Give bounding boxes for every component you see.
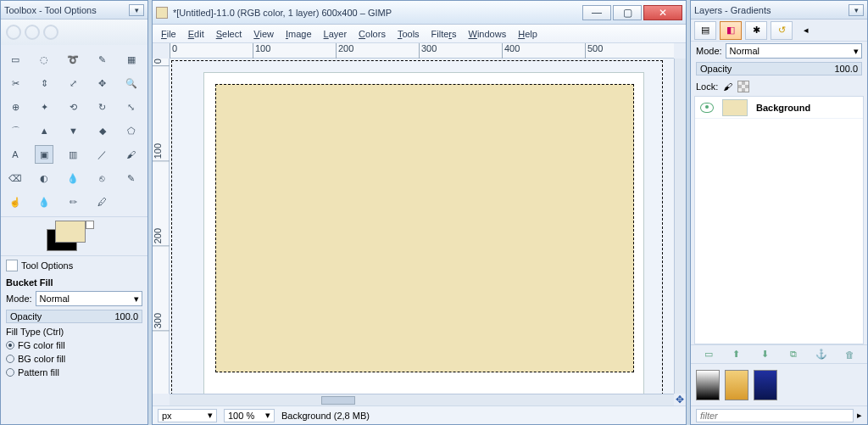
tool-25[interactable]: ⌫ [6, 169, 25, 187]
minimize-button[interactable]: — [582, 5, 611, 20]
ruler-v-tick: 300 [153, 313, 170, 331]
tool-18[interactable]: ◆ [93, 121, 112, 140]
lower-layer-icon[interactable]: ⬇ [758, 348, 771, 361]
menu-colors[interactable]: Colors [359, 29, 386, 39]
anchor-layer-icon[interactable]: ⚓ [815, 348, 828, 361]
ruler-horizontal: 0100200300400500 [170, 43, 674, 59]
tab-undo-icon[interactable]: ↺ [771, 21, 793, 40]
ruler-h-tick: 200 [336, 43, 353, 59]
tool-22[interactable]: ▥ [64, 145, 82, 164]
layers-minimize[interactable]: ▾ [849, 4, 864, 16]
tool-section-title: Bucket Fill [6, 277, 142, 288]
status-zoom-select[interactable]: 100 % ▾ [224, 409, 275, 422]
tab-layers-icon[interactable]: ▤ [694, 21, 716, 40]
menu-file[interactable]: File [161, 29, 176, 39]
tab-channels-icon[interactable]: ◧ [720, 21, 742, 40]
tool-3[interactable]: ✎ [93, 50, 112, 69]
fg-color-swatch[interactable] [55, 221, 86, 243]
color-swatches[interactable] [1, 216, 147, 255]
lock-alpha-icon[interactable] [737, 81, 749, 92]
tool-23[interactable]: ／ [93, 145, 112, 164]
scrollbar-thumb[interactable] [321, 396, 355, 405]
tool-8[interactable]: ✥ [93, 74, 112, 92]
status-unit-select[interactable]: px ▾ [158, 409, 217, 422]
layer-opacity-value[interactable]: 100.0 [834, 64, 858, 74]
tool-15[interactable]: ⌒ [6, 121, 25, 140]
lock-pixels-icon[interactable]: 🖌 [723, 81, 732, 92]
gradient-swatch-1[interactable] [725, 370, 748, 400]
fill-pattern-radio[interactable] [6, 368, 14, 377]
tool-5[interactable]: ✂ [6, 74, 25, 92]
tool-21[interactable]: ▣ [35, 145, 53, 164]
maximize-button[interactable]: ▢ [613, 5, 642, 20]
fill-bg-radio[interactable] [6, 355, 14, 363]
tab-menu-icon[interactable]: ◂ [799, 24, 813, 37]
gradient-swatch-2[interactable] [754, 370, 777, 400]
tool-27[interactable]: 💧 [64, 169, 82, 187]
mode-select[interactable]: Normal▾ [36, 291, 142, 306]
tool-31[interactable]: 💧 [35, 193, 53, 211]
tool-19[interactable]: ⬠ [122, 121, 141, 140]
tool-16[interactable]: ▲ [35, 121, 53, 140]
fill-fg-radio[interactable] [6, 341, 14, 350]
tool-32[interactable]: ✏ [64, 193, 82, 211]
tool-2[interactable]: ➰ [64, 50, 82, 69]
tool-1[interactable]: ◌ [35, 50, 53, 69]
menu-image[interactable]: Image [286, 29, 312, 39]
mode-value: Normal [40, 294, 70, 304]
tab-paths-icon[interactable]: ✱ [745, 21, 767, 40]
tool-28[interactable]: ⎋ [93, 169, 112, 187]
delete-layer-icon[interactable]: 🗑 [843, 348, 856, 361]
chevron-down-icon: ▾ [265, 410, 270, 421]
visibility-eye-icon[interactable] [700, 103, 714, 113]
tool-33[interactable]: 🖊 [93, 193, 112, 211]
layers-title: Layers - Gradients [694, 5, 771, 15]
menu-layer[interactable]: Layer [324, 29, 348, 39]
new-layer-icon[interactable]: ▭ [702, 348, 715, 361]
navigation-icon[interactable]: ✥ [674, 394, 686, 405]
filter-menu-icon[interactable]: ▸ [857, 410, 862, 421]
tool-11[interactable]: ✦ [35, 98, 53, 116]
tool-10[interactable]: ⊕ [6, 98, 25, 116]
layer-name[interactable]: Background [756, 103, 810, 113]
raise-layer-icon[interactable]: ⬆ [730, 348, 743, 361]
tool-29[interactable]: ✎ [122, 169, 141, 187]
tool-7[interactable]: ⤢ [64, 74, 82, 92]
layer-thumbnail [722, 99, 748, 116]
tool-12[interactable]: ⟲ [64, 98, 82, 116]
tool-4[interactable]: ▦ [122, 50, 141, 69]
tool-30[interactable]: ☝ [6, 193, 25, 211]
tool-14[interactable]: ⤡ [122, 98, 141, 116]
menu-edit[interactable]: Edit [188, 29, 204, 39]
menu-select[interactable]: Select [216, 29, 242, 39]
fill-type-label: Fill Type (Ctrl) [6, 327, 142, 337]
tool-6[interactable]: ⇕ [35, 74, 53, 92]
close-button[interactable]: ✕ [643, 5, 682, 20]
tool-9[interactable]: 🔍 [122, 74, 141, 92]
canvas-viewport[interactable] [170, 59, 674, 394]
toolbox-minimize[interactable]: ▾ [129, 4, 144, 16]
layer-row[interactable]: Background [695, 97, 863, 119]
toolbox-header-strip [1, 20, 147, 45]
opacity-value[interactable]: 100.0 [114, 311, 138, 322]
tool-13[interactable]: ↻ [93, 98, 112, 116]
swap-colors-icon[interactable] [86, 221, 94, 229]
tool-26[interactable]: ◐ [35, 169, 53, 187]
tool-17[interactable]: ▼ [64, 121, 82, 140]
scrollbar-vertical[interactable] [674, 59, 686, 394]
layer-mode-select[interactable]: Normal▾ [726, 43, 862, 59]
menu-tools[interactable]: Tools [398, 29, 420, 39]
tool-0[interactable]: ▭ [6, 50, 25, 69]
duplicate-layer-icon[interactable]: ⧉ [787, 348, 800, 361]
menu-windows[interactable]: Windows [469, 29, 507, 39]
tool-24[interactable]: 🖌 [122, 145, 141, 164]
ruler-vertical: 0100200300 [153, 59, 170, 394]
tool-20[interactable]: A [6, 145, 25, 164]
scrollbar-horizontal[interactable] [170, 394, 674, 405]
menu-help[interactable]: Help [518, 29, 537, 39]
gradient-swatch-0[interactable] [696, 370, 720, 400]
gradient-strip [691, 363, 867, 405]
menu-filters[interactable]: Filters [431, 29, 457, 39]
menu-view[interactable]: View [253, 29, 274, 39]
gradient-filter-input[interactable] [696, 409, 854, 422]
